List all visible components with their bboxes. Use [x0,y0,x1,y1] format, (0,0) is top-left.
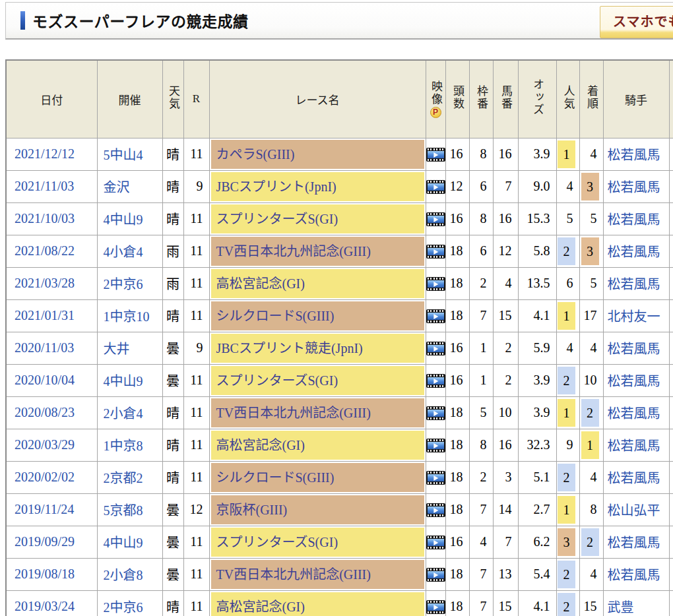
popularity-cell: 4 [556,170,579,202]
race-number-cell: 11 [183,235,209,267]
venue-link[interactable]: 金沢 [104,180,130,195]
finish-cell: 4 [579,138,603,170]
venue-link[interactable]: 2京都2 [104,471,143,485]
video-play-icon[interactable] [426,439,445,452]
video-play-icon[interactable] [426,342,445,355]
jockey-link[interactable]: 松若風馬 [608,439,660,453]
horses-cell: 18 [445,558,469,590]
venue-link[interactable]: 2中京6 [104,277,143,292]
frame-number-cell: 2 [469,267,493,299]
cutoff-cell [669,461,673,493]
race-name-link[interactable]: 高松宮記念(GI) [216,276,305,291]
race-name-link[interactable]: TV西日本北九州記念(GIII) [216,244,371,259]
jockey-link[interactable]: 松若風馬 [608,406,660,421]
race-name-link[interactable]: JBCスプリント(JpnI) [216,179,336,194]
weather-cell: 晴 [162,299,183,332]
venue-link[interactable]: 5中山4 [104,148,143,162]
race-name-link[interactable]: スプリンターズS(GI) [216,212,338,226]
venue-cell: 大井 [97,332,162,364]
race-name-link[interactable]: TV西日本北九州記念(GIII) [216,567,371,582]
date-link[interactable]: 2021/10/03 [15,211,75,226]
jockey-link[interactable]: 松若風馬 [608,245,660,259]
date-link[interactable]: 2021/03/28 [15,276,75,290]
race-grade-highlight: JBCスプリント(JpnI) [211,172,424,201]
video-play-icon[interactable] [426,503,445,517]
venue-link[interactable]: 4中山9 [104,374,143,388]
video-play-icon[interactable] [426,374,445,388]
race-name-link[interactable]: シルクロードS(GIII) [216,470,335,485]
date-link[interactable]: 2021/11/03 [15,179,74,193]
jockey-link[interactable]: 北村友一 [608,309,660,324]
video-play-icon[interactable] [426,568,445,582]
jockey-link[interactable]: 松若風馬 [608,374,660,388]
date-link[interactable]: 2021/08/22 [15,243,75,258]
date-link[interactable]: 2021/01/31 [15,308,75,323]
video-play-icon[interactable] [426,600,445,614]
horse-number-cell: 4 [493,267,518,299]
video-play-icon[interactable] [426,212,445,226]
video-play-icon[interactable] [426,180,445,194]
date-link[interactable]: 2020/02/02 [15,470,75,484]
venue-link[interactable]: 2小倉4 [104,406,143,421]
jockey-link[interactable]: 松山弘平 [608,503,660,518]
venue-link[interactable]: 5京都8 [104,503,143,518]
video-play-icon[interactable] [426,406,445,420]
race-name-link[interactable]: 高松宮記念(GI) [216,438,305,452]
date-cell: 2021/01/31 [6,299,97,332]
video-play-icon[interactable] [426,536,445,549]
venue-link[interactable]: 4中山9 [104,536,143,550]
jockey-link[interactable]: 武豊 [608,600,634,615]
finish-cell: 3 [579,170,603,202]
venue-link[interactable]: 4中山9 [104,212,143,227]
venue-link[interactable]: 2小倉8 [104,568,143,582]
jockey-link[interactable]: 松若風馬 [608,568,660,582]
jockey-link[interactable]: 松若風馬 [608,212,660,227]
date-link[interactable]: 2020/08/23 [15,405,75,419]
finish-cell: 10 [579,364,603,396]
jockey-link[interactable]: 松若風馬 [608,148,660,162]
jockey-link[interactable]: 松若風馬 [608,342,660,356]
race-name-link[interactable]: TV西日本北九州記念(GIII) [216,406,371,420]
race-name-cell: スプリンターズS(GI) [209,526,426,558]
venue-link[interactable]: 1中京8 [104,439,143,453]
jockey-link[interactable]: 松若風馬 [608,180,660,195]
venue-link[interactable]: 2中京6 [104,600,143,615]
horses-cell: 18 [445,235,469,267]
video-cell [426,138,445,170]
table-row: 2021/08/22 4小倉4 雨 11 TV西日本北九州記念(GIII) 18… [6,235,673,267]
jockey-cell: 松若風馬 [603,429,669,461]
date-link[interactable]: 2020/10/04 [15,373,75,387]
race-name-link[interactable]: スプリンターズS(GI) [216,535,338,549]
odds-cell: 5.8 [518,235,556,267]
video-cell [426,235,445,267]
horse-number-cell: 15 [493,590,518,616]
race-name-link[interactable]: 高松宮記念(GI) [216,600,305,614]
table-row: 2019/08/18 2小倉8 曇 11 TV西日本北九州記念(GIII) 18… [6,558,673,590]
date-link[interactable]: 2020/03/29 [15,437,75,452]
race-name-link[interactable]: 京阪杯(GIII) [216,503,288,517]
frame-number-cell: 6 [469,170,493,202]
venue-link[interactable]: 大井 [104,342,130,356]
venue-link[interactable]: 1中京10 [104,309,150,324]
video-play-icon[interactable] [426,277,445,291]
date-link[interactable]: 2021/12/12 [15,146,75,161]
race-name-link[interactable]: スプリンターズS(GI) [216,373,338,388]
venue-link[interactable]: 4小倉4 [104,245,143,259]
race-name-link[interactable]: JBCスプリント競走(JpnI) [216,341,363,355]
date-link[interactable]: 2019/03/24 [15,599,75,613]
date-link[interactable]: 2019/11/24 [15,502,74,516]
date-link[interactable]: 2019/08/18 [15,567,75,581]
video-play-icon[interactable] [426,148,445,162]
race-name-link[interactable]: シルクロードS(GIII) [216,309,335,323]
video-play-icon[interactable] [426,245,445,259]
smartphone-promo-button[interactable]: スマホでも [600,6,673,38]
video-play-icon[interactable] [426,309,445,323]
jockey-link[interactable]: 松若風馬 [608,471,660,485]
col-header-venue: 開催 [97,60,162,138]
date-link[interactable]: 2020/11/03 [15,340,74,355]
race-name-link[interactable]: カペラS(GIII) [216,147,295,162]
date-link[interactable]: 2019/09/29 [15,534,75,549]
video-play-icon[interactable] [426,471,445,485]
jockey-link[interactable]: 松若風馬 [608,536,660,550]
jockey-link[interactable]: 松若風馬 [608,277,660,292]
